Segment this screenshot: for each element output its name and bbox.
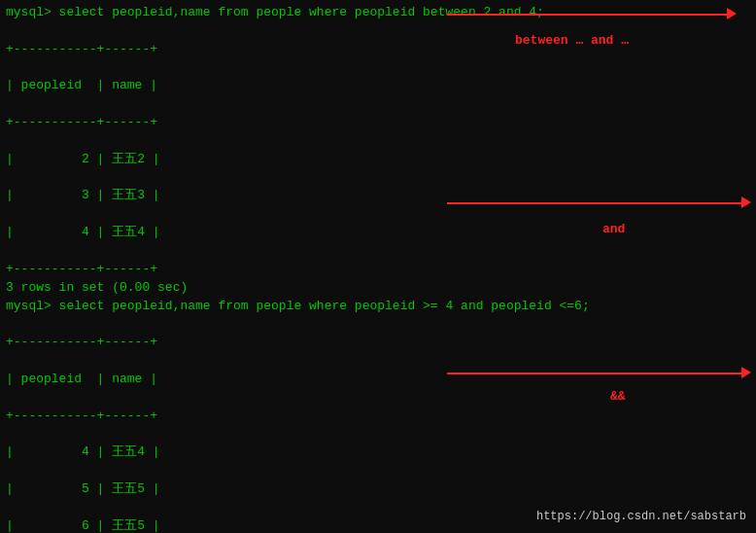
terminal: mysql> select peopleid,name from people …	[0, 0, 756, 533]
arrowhead-2	[741, 196, 751, 208]
result-1: 3 rows in set (0.00 sec)	[6, 279, 750, 298]
table-1: +-----------+------+ | peopleid | name |…	[6, 22, 750, 279]
command-2: mysql> select peopleid,name from people …	[6, 298, 750, 316]
arrowhead-3	[741, 367, 751, 378]
url-label: https://blog.csdn.net/sabstarb	[536, 510, 746, 523]
annotation-double-amp: &&	[610, 389, 626, 404]
arrowhead-1	[727, 8, 737, 19]
arrow-3	[447, 373, 743, 374]
arrow-1	[447, 14, 729, 16]
annotation-and: and	[602, 222, 625, 236]
arrow-2	[447, 202, 743, 204]
annotation-between-and: between … and …	[515, 33, 629, 48]
table-2: +-----------+------+ | peopleid | name |…	[6, 315, 750, 533]
